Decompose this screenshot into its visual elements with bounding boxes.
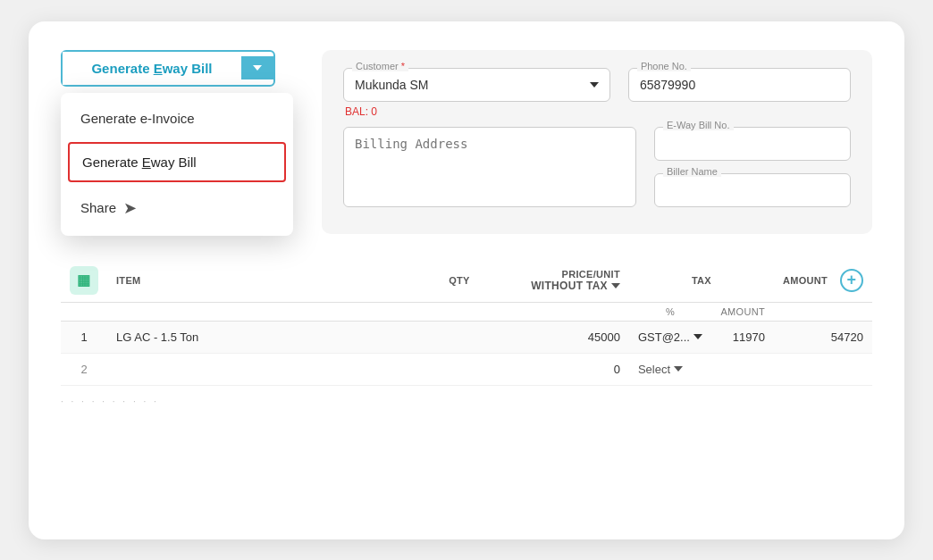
row1-tax-label: GST@2... [629, 321, 711, 353]
customer-group: Customer * Mukunda SM BAL: 0 [343, 68, 610, 118]
row2-item [107, 353, 433, 385]
table-row: 2 0 Select [61, 353, 872, 385]
row2-tax-select[interactable]: Select [629, 353, 711, 385]
menu-item-eway-label: Generate Eway Bill [82, 155, 197, 170]
table-section: ▦ ITEM QTY PRICE/UNIT Without Tax [61, 259, 872, 406]
row1-amount: 54720 [774, 321, 872, 353]
phone-label: Phone No. [637, 61, 691, 71]
generate-dropdown-toggle[interactable] [241, 56, 273, 79]
add-column-btn[interactable]: + [840, 269, 863, 292]
dots-area: · · · · · · · · · · [61, 397, 872, 406]
eway-label: E-Way Bill No. [663, 120, 734, 130]
biller-group: Biller Name [654, 173, 851, 207]
bal-text: BAL: 0 [345, 105, 610, 118]
form-row-1: Customer * Mukunda SM BAL: 0 Phone No. [343, 68, 851, 118]
dropdown-menu: Generate e-Invoice Generate Eway Bill Sh… [61, 93, 293, 236]
billing-group [343, 127, 636, 207]
table-row: 1 LG AC - 1.5 Ton 45000 GST@2... [61, 321, 872, 353]
btn-label-underline: E [154, 61, 163, 76]
billing-address-input[interactable] [343, 127, 636, 207]
price-sub-chevron-icon [611, 283, 620, 288]
btn-label-rest: way Bill [163, 61, 213, 76]
customer-chevron-icon [590, 82, 599, 88]
required-star: * [401, 61, 405, 71]
items-table: ▦ ITEM QTY PRICE/UNIT Without Tax [61, 259, 872, 386]
customer-label: Customer * [352, 61, 408, 71]
row1-tax-amount: 11970 [711, 321, 774, 353]
customer-value: Mukunda SM [355, 78, 428, 92]
menu-item-share[interactable]: Share ➤ [61, 186, 293, 230]
tax-pct-subheader: % [629, 302, 711, 321]
qty-col-header: QTY [433, 259, 486, 303]
table-header-row: ▦ ITEM QTY PRICE/UNIT Without Tax [61, 259, 872, 303]
generate-eway-btn[interactable]: Generate Eway Bill [63, 52, 241, 85]
phone-input[interactable] [628, 68, 851, 102]
row1-item: LG AC - 1.5 Ton [107, 321, 433, 353]
tax-sub-header-row: % AMOUNT [61, 302, 872, 321]
share-icon: ➤ [123, 198, 137, 218]
form-row-2: E-Way Bill No. Biller Name [343, 127, 851, 207]
biller-name-input[interactable] [654, 173, 851, 207]
amount-col-header: AMOUNT + [774, 259, 872, 303]
generate-btn-wrapper: Generate Eway Bill [61, 50, 275, 87]
row1-price: 45000 [486, 321, 629, 353]
row1-num: 1 [61, 321, 107, 353]
left-area: Generate Eway Bill Generate e-Invoice Ge… [61, 50, 293, 234]
row2-tax-amount [711, 353, 774, 385]
menu-item-eway[interactable]: Generate Eway Bill [68, 142, 286, 182]
tax-amount-subheader: AMOUNT [711, 302, 774, 321]
right-col: E-Way Bill No. Biller Name [654, 127, 851, 207]
tax-select-chevron-icon [693, 334, 702, 339]
menu-item-einvoice[interactable]: Generate e-Invoice [61, 98, 293, 138]
biller-label: Biller Name [663, 166, 721, 177]
right-area: Customer * Mukunda SM BAL: 0 Phone No. [322, 50, 872, 234]
barcode-col-header: ▦ [61, 259, 107, 303]
eway-group: E-Way Bill No. [654, 127, 851, 161]
row1-qty [433, 321, 486, 353]
item-col-header: ITEM [107, 259, 433, 303]
customer-select[interactable]: Mukunda SM [343, 68, 610, 102]
phone-group: Phone No. [628, 68, 851, 118]
row2-num: 2 [61, 353, 107, 385]
table-body: 1 LG AC - 1.5 Ton 45000 GST@2... [61, 321, 872, 385]
row2-qty [433, 353, 486, 385]
row2-amount [774, 353, 872, 385]
chevron-down-icon [253, 65, 262, 71]
menu-item-share-label: Share [80, 200, 116, 215]
tax-select2-chevron-icon [674, 366, 683, 372]
menu-item-einvoice-label: Generate e-Invoice [80, 111, 195, 126]
top-section: Generate Eway Bill Generate e-Invoice Ge… [61, 50, 872, 234]
tax-col-header: TAX [629, 259, 774, 303]
eway-bill-input[interactable] [654, 127, 851, 161]
main-card: Generate Eway Bill Generate e-Invoice Ge… [29, 21, 904, 539]
row2-price: 0 [486, 353, 629, 385]
barcode-icon: ▦ [70, 266, 98, 295]
price-col-header: PRICE/UNIT Without Tax [486, 259, 629, 303]
